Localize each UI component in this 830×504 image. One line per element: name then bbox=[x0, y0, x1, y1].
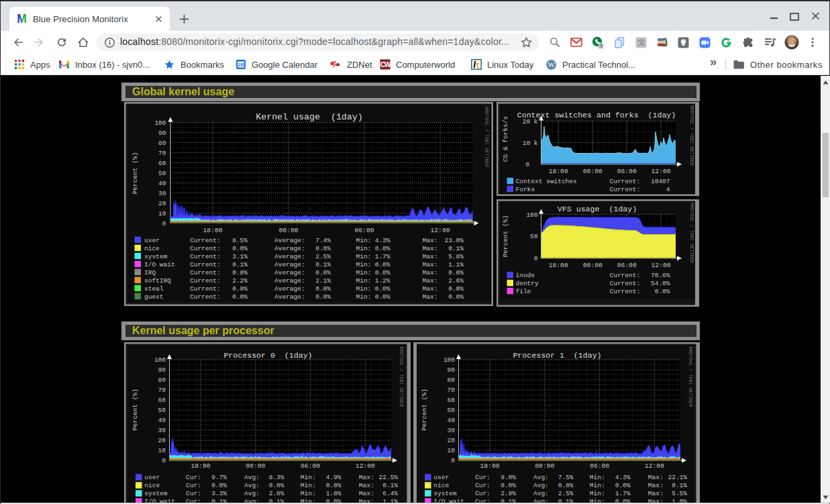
svg-text:100: 100 bbox=[154, 119, 166, 127]
svg-text:Cur:: Cur: bbox=[186, 498, 201, 503]
svg-text:Max:: Max: bbox=[423, 293, 438, 301]
svg-text:Current:: Current: bbox=[190, 269, 221, 276]
svg-text:Min:: Min: bbox=[356, 293, 372, 301]
svg-text:0: 0 bbox=[534, 255, 538, 262]
svg-text:0.1%: 0.1% bbox=[269, 498, 284, 503]
svg-text:Current:: Current: bbox=[190, 253, 221, 260]
svg-text:0.0%: 0.0% bbox=[315, 285, 331, 293]
svg-text:Max:: Max: bbox=[359, 490, 374, 497]
svg-text:50: 50 bbox=[158, 170, 166, 177]
svg-text:RRDTOOL / TOBI OETIKER: RRDTOOL / TOBI OETIKER bbox=[399, 346, 404, 407]
svg-text:Min:: Min: bbox=[589, 498, 605, 503]
svg-text:2.6%: 2.6% bbox=[448, 277, 464, 285]
svg-text:Min:: Min: bbox=[356, 237, 372, 244]
svg-text:RRDTOOL / TOBI OETIKER: RRDTOOL / TOBI OETIKER bbox=[689, 203, 694, 263]
svg-text:8.5%: 8.5% bbox=[232, 237, 248, 244]
svg-text:80: 80 bbox=[158, 140, 166, 147]
svg-text:40: 40 bbox=[158, 180, 166, 187]
svg-text:Processor 0 (1day): Processor 0 (1day) bbox=[223, 350, 312, 359]
svg-text:Current:: Current: bbox=[190, 293, 221, 301]
svg-text:4: 4 bbox=[666, 186, 670, 193]
svg-text:0: 0 bbox=[162, 220, 166, 228]
svg-text:7.5%: 7.5% bbox=[558, 474, 573, 481]
svg-text:5.5%: 5.5% bbox=[672, 490, 687, 497]
svg-text:RRDTOOL / TOBI OETIKER: RRDTOOL / TOBI OETIKER bbox=[484, 107, 489, 167]
svg-text:Max:: Max: bbox=[359, 482, 374, 489]
svg-text:1.1%: 1.1% bbox=[448, 261, 464, 268]
svg-text:70: 70 bbox=[158, 387, 166, 394]
svg-text:0.0%: 0.0% bbox=[375, 245, 391, 252]
svg-text:12:00: 12:00 bbox=[652, 262, 671, 269]
svg-text:Min:: Min: bbox=[301, 482, 316, 489]
svg-text:100: 100 bbox=[526, 211, 537, 219]
svg-text:4.3%: 4.3% bbox=[375, 237, 391, 244]
svg-text:I/O wait: I/O wait bbox=[144, 261, 175, 268]
svg-text:0.1%: 0.1% bbox=[558, 498, 573, 503]
svg-text:0.0%: 0.0% bbox=[232, 245, 248, 252]
svg-text:5.8%: 5.8% bbox=[448, 253, 464, 260]
svg-text:0.0%: 0.0% bbox=[326, 498, 342, 503]
svg-text:0.0%: 0.0% bbox=[232, 285, 248, 293]
svg-text:Max:: Max: bbox=[647, 482, 663, 489]
svg-text:Current:: Current: bbox=[190, 245, 221, 252]
svg-text:Average:: Average: bbox=[274, 237, 305, 244]
svg-text:I/O wait: I/O wait bbox=[433, 498, 464, 503]
svg-text:0.0%: 0.0% bbox=[211, 482, 227, 489]
svg-text:0.0%: 0.0% bbox=[501, 482, 516, 489]
svg-text:Avg:: Avg: bbox=[533, 490, 549, 497]
svg-text:22.5%: 22.5% bbox=[378, 474, 398, 481]
svg-text:9.7%: 9.7% bbox=[211, 474, 227, 481]
svg-text:06:00: 06:00 bbox=[590, 462, 609, 470]
svg-text:50: 50 bbox=[158, 407, 166, 414]
svg-text:Min:: Min: bbox=[356, 253, 372, 260]
svg-text:user: user bbox=[433, 474, 449, 481]
svg-text:Min:: Min: bbox=[301, 474, 316, 481]
svg-text:0.1%: 0.1% bbox=[382, 482, 398, 489]
svg-text:Min:: Min: bbox=[356, 261, 372, 268]
svg-text:IRQ: IRQ bbox=[144, 269, 156, 276]
svg-text:80: 80 bbox=[158, 376, 166, 384]
svg-text:Min:: Min: bbox=[301, 490, 316, 497]
svg-text:Current:: Current: bbox=[190, 285, 221, 293]
svg-text:18:00: 18:00 bbox=[549, 262, 568, 269]
svg-text:Avg:: Avg: bbox=[533, 482, 549, 489]
svg-text:0.0%: 0.0% bbox=[326, 482, 342, 489]
svg-text:70: 70 bbox=[447, 387, 455, 394]
svg-text:Average:: Average: bbox=[274, 261, 305, 268]
svg-text:Percent (%): Percent (%) bbox=[502, 215, 509, 258]
svg-text:70.6%: 70.6% bbox=[651, 272, 670, 279]
svg-text:9.0%: 9.0% bbox=[501, 474, 516, 481]
svg-text:Percent (%): Percent (%) bbox=[421, 389, 428, 431]
svg-text:Current:: Current: bbox=[610, 178, 641, 185]
svg-text:user: user bbox=[144, 237, 160, 244]
svg-text:file: file bbox=[516, 288, 531, 295]
svg-text:Max:: Max: bbox=[647, 498, 663, 503]
svg-text:ℛ: ℛ bbox=[638, 38, 645, 48]
svg-text:Forks: Forks bbox=[516, 186, 535, 193]
svg-text:0.1%: 0.1% bbox=[211, 498, 227, 503]
svg-text:18:00: 18:00 bbox=[549, 168, 568, 175]
svg-text:0: 0 bbox=[451, 457, 455, 464]
svg-text:Current:: Current: bbox=[610, 186, 641, 193]
svg-text:Average:: Average: bbox=[274, 277, 305, 285]
svg-text:1.7%: 1.7% bbox=[615, 490, 630, 497]
svg-text:0.1%: 0.1% bbox=[448, 245, 464, 252]
svg-text:Avg:: Avg: bbox=[244, 498, 260, 503]
svg-text:Percent (%): Percent (%) bbox=[132, 152, 139, 195]
svg-text:Cur:: Cur: bbox=[475, 482, 490, 489]
svg-text:10: 10 bbox=[447, 447, 455, 454]
svg-text:Avg:: Avg: bbox=[244, 482, 260, 489]
svg-text:0.0%: 0.0% bbox=[375, 293, 391, 301]
svg-text:nice: nice bbox=[144, 245, 160, 252]
svg-text:30: 30 bbox=[447, 427, 455, 434]
svg-text:40: 40 bbox=[158, 417, 166, 424]
svg-text:06:00: 06:00 bbox=[617, 262, 637, 269]
svg-text:2.9%: 2.9% bbox=[501, 490, 516, 497]
svg-text:Current:: Current: bbox=[610, 288, 641, 295]
svg-text:Avg:: Avg: bbox=[244, 490, 260, 497]
svg-text:54.0%: 54.0% bbox=[651, 280, 670, 287]
svg-text:0.0%: 0.0% bbox=[315, 245, 331, 252]
svg-text:1.8%: 1.8% bbox=[326, 490, 342, 497]
svg-text:Max:: Max: bbox=[423, 245, 438, 252]
svg-text:Max:: Max: bbox=[423, 237, 438, 244]
